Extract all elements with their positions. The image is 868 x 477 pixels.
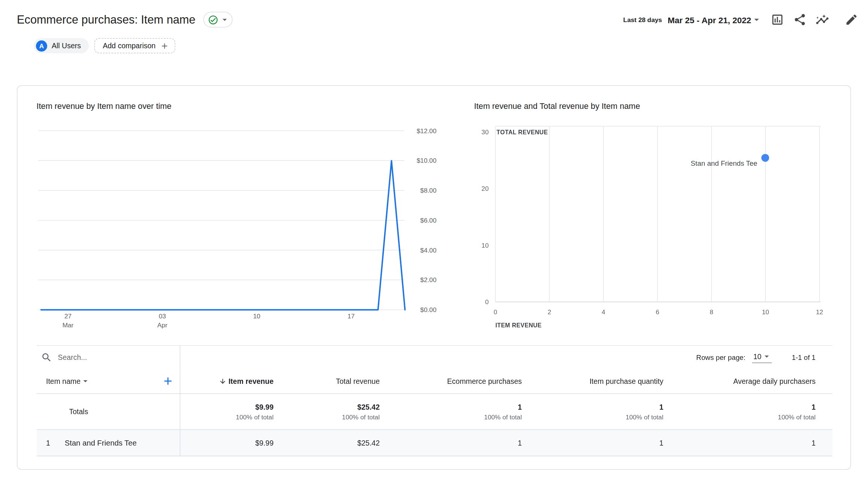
svg-text:20: 20 — [482, 185, 489, 192]
svg-text:03: 03 — [159, 312, 166, 320]
table-totals-row: Totals $9.99 100% of total $25.42 100% o… — [37, 394, 833, 430]
svg-text:10: 10 — [482, 242, 489, 249]
search-input[interactable] — [58, 353, 142, 362]
table-toolbar-row: Rows per page: 10 1-1 of 1 — [37, 345, 833, 369]
svg-text:0: 0 — [485, 298, 489, 306]
column-header-item-revenue[interactable]: Item revenue — [180, 377, 274, 385]
scatter-chart-block: Item revenue and Total revenue by Item n… — [474, 102, 845, 331]
svg-text:10: 10 — [253, 312, 260, 320]
check-circle-icon — [208, 14, 219, 25]
svg-text:0: 0 — [494, 308, 497, 316]
cell-item-revenue: $9.99 — [180, 438, 274, 447]
report-table: Rows per page: 10 1-1 of 1 Item name — [37, 345, 833, 456]
share-button[interactable] — [793, 12, 807, 27]
edit-pencil-icon — [845, 13, 858, 27]
table-pagination-controls: Rows per page: 10 1-1 of 1 — [180, 346, 816, 369]
svg-text:12: 12 — [816, 308, 823, 316]
add-column-button[interactable] — [162, 375, 174, 387]
caret-down-icon — [751, 14, 762, 25]
rows-per-page-select[interactable]: 10 — [752, 351, 772, 363]
svg-text:27: 27 — [64, 312, 72, 320]
share-icon — [793, 13, 807, 27]
totals-item-purchase-quantity: 1 100% of total — [522, 401, 664, 422]
rows-per-page-label: Rows per page: — [696, 353, 745, 361]
sort-descending-icon — [219, 377, 227, 385]
caret-down-icon — [219, 15, 230, 25]
insights-button[interactable] — [815, 12, 830, 27]
page-title: Ecommerce purchases: Item name — [17, 13, 195, 27]
ga4-ecommerce-report-page: Ecommerce purchases: Item name Last 28 d… — [0, 0, 868, 477]
scatter-chart-title: Item revenue and Total revenue by Item n… — [474, 102, 845, 113]
totals-total-revenue: $25.42 100% of total — [274, 401, 380, 422]
svg-text:Mar: Mar — [63, 321, 74, 329]
cell-total-revenue: $25.42 — [274, 438, 380, 447]
date-range-preset-label: Last 28 days — [623, 16, 662, 23]
add-comparison-button[interactable]: Add comparison — [94, 38, 175, 53]
date-range-text: Mar 25 - Apr 21, 2022 — [668, 15, 751, 25]
column-header-total-revenue[interactable]: Total revenue — [274, 377, 380, 385]
svg-text:2: 2 — [547, 308, 551, 316]
caret-down-icon — [761, 351, 771, 361]
comparison-chip-all-users[interactable]: A All Users — [34, 38, 89, 53]
svg-text:$6.00: $6.00 — [420, 217, 436, 224]
line-chart: $12.00$10.00$8.00$6.00$4.00$2.00$0.0027M… — [37, 121, 438, 331]
column-header-average-daily-purchasers[interactable]: Average daily purchasers — [664, 377, 816, 385]
svg-text:10: 10 — [762, 308, 769, 316]
svg-text:17: 17 — [347, 312, 355, 320]
table-search — [37, 346, 180, 369]
cell-item-purchase-quantity: 1 — [522, 438, 664, 447]
plus-icon — [160, 41, 169, 50]
scatter-x-axis-label: ITEM REVENUE — [495, 322, 542, 328]
cell-average-daily-purchasers: 1 — [664, 438, 816, 447]
rows-per-page-value: 10 — [753, 352, 762, 361]
metric-headers: Item revenue Total revenue Ecommerce pur… — [180, 369, 816, 394]
svg-text:Stan and Friends Tee: Stan and Friends Tee — [691, 159, 758, 167]
search-icon — [41, 352, 52, 363]
svg-text:4: 4 — [602, 308, 606, 316]
report-card: Item revenue by Item name over time $12.… — [17, 85, 851, 470]
insights-icon — [816, 13, 829, 27]
scatter-y-axis-label: TOTAL REVENUE — [497, 129, 548, 135]
cell-ecommerce-purchases: 1 — [380, 438, 522, 447]
column-header-item-purchase-quantity[interactable]: Item purchase quantity — [522, 377, 664, 385]
svg-text:Apr: Apr — [157, 321, 167, 329]
pagination-status: 1-1 of 1 — [792, 353, 816, 361]
plus-icon-blue — [162, 375, 174, 387]
row-item-name: Stan and Friends Tee — [65, 438, 137, 447]
add-comparison-label: Add comparison — [103, 42, 156, 50]
svg-text:$8.00: $8.00 — [420, 187, 436, 194]
header-toolbar: Last 28 days Mar 25 - Apr 21, 2022 — [623, 12, 859, 27]
comparison-avatar: A — [36, 40, 47, 51]
caret-down-icon — [81, 376, 91, 386]
svg-text:30: 30 — [482, 128, 489, 136]
comparison-label: All Users — [52, 42, 81, 50]
customize-report-button[interactable] — [770, 12, 785, 27]
column-header-item-name[interactable]: Item name — [46, 376, 91, 386]
svg-text:6: 6 — [656, 308, 659, 316]
totals-ecommerce-purchases: 1 100% of total — [380, 401, 522, 422]
comparison-bar: A All Users Add comparison — [17, 30, 859, 53]
report-header: Ecommerce purchases: Item name Last 28 d… — [0, 0, 868, 53]
svg-text:$12.00: $12.00 — [417, 127, 437, 135]
svg-text:8: 8 — [710, 308, 713, 316]
date-range-selector[interactable]: Mar 25 - Apr 21, 2022 — [668, 14, 762, 25]
table-header-row: Item name Item revenue Total revenue Eco… — [37, 369, 833, 394]
svg-text:$4.00: $4.00 — [420, 247, 436, 254]
totals-average-daily-purchasers: 1 100% of total — [664, 401, 816, 422]
row-index: 1 — [46, 438, 50, 447]
totals-item-revenue: $9.99 100% of total — [180, 401, 274, 422]
report-status-dropdown[interactable] — [203, 12, 233, 28]
svg-text:$2.00: $2.00 — [420, 276, 436, 284]
svg-text:$10.00: $10.00 — [417, 157, 437, 164]
column-header-ecommerce-purchases[interactable]: Ecommerce purchases — [380, 377, 522, 385]
line-chart-block: Item revenue by Item name over time $12.… — [37, 102, 438, 331]
scatter-chart: 0246810120102030Stan and Friends Tee — [474, 121, 845, 331]
totals-label: Totals — [37, 407, 88, 416]
edit-report-button[interactable] — [844, 12, 859, 27]
line-chart-title: Item revenue by Item name over time — [37, 102, 438, 113]
customize-report-icon — [771, 13, 784, 27]
table-row: 1 Stan and Friends Tee $9.99 $25.42 1 1 … — [37, 430, 833, 456]
svg-text:$0.00: $0.00 — [420, 306, 436, 314]
